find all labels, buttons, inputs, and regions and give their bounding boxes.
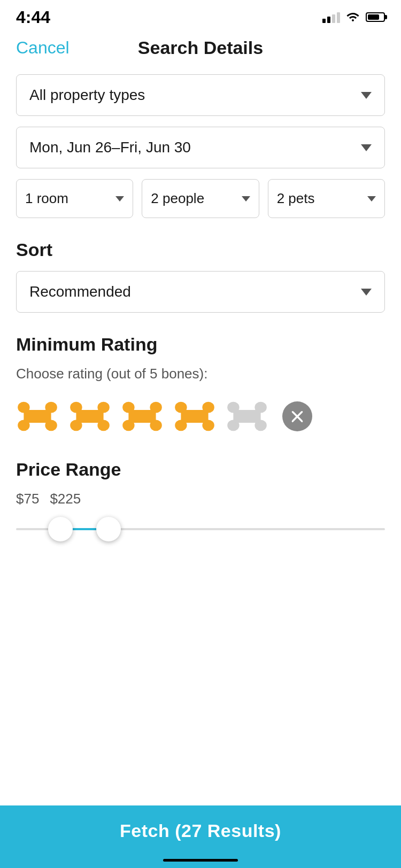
svg-rect-4 (24, 410, 51, 423)
rooms-dropdown[interactable]: 1 room (16, 179, 133, 218)
rating-title: Minimum Rating (16, 334, 385, 355)
pets-label: 2 pets (277, 190, 315, 207)
nav-header: Cancel Search Details (0, 32, 401, 69)
sort-title: Sort (16, 239, 385, 260)
svg-rect-24 (233, 410, 260, 423)
clear-rating-button[interactable] (282, 401, 312, 431)
wifi-icon (345, 10, 360, 25)
property-type-label: All property types (29, 87, 145, 104)
price-range-section: Price Range $75 $225 (16, 459, 385, 542)
bone-2[interactable] (68, 395, 111, 438)
cancel-button[interactable]: Cancel (16, 38, 70, 58)
chevron-down-icon (242, 196, 250, 201)
status-icons (322, 10, 385, 25)
svg-line-26 (293, 412, 302, 421)
page-title: Search Details (138, 37, 263, 58)
svg-line-25 (293, 412, 302, 421)
battery-icon (366, 12, 385, 22)
property-type-dropdown[interactable]: All property types (16, 74, 385, 116)
sort-selected-label: Recommended (29, 283, 131, 300)
signal-icon (322, 11, 340, 23)
chevron-down-icon (361, 289, 372, 296)
svg-rect-19 (181, 410, 208, 423)
bottom-spacer (0, 564, 401, 649)
sort-section: Sort Recommended (16, 239, 385, 313)
bone-1[interactable] (16, 395, 59, 438)
sort-dropdown[interactable]: Recommended (16, 271, 385, 313)
bone-4[interactable] (173, 395, 216, 438)
price-min-label: $75 (16, 491, 39, 507)
occupancy-row: 1 room 2 people 2 pets (16, 179, 385, 218)
price-slider[interactable] (16, 516, 385, 542)
date-range-dropdown[interactable]: Mon, Jun 26–Fri, Jun 30 (16, 127, 385, 168)
svg-rect-14 (128, 410, 156, 423)
home-indicator (163, 859, 238, 862)
chevron-down-icon (367, 196, 376, 201)
chevron-down-icon (115, 196, 124, 201)
main-content: All property types Mon, Jun 26–Fri, Jun … (0, 69, 401, 542)
price-slider-thumb-max[interactable] (96, 517, 121, 541)
people-dropdown[interactable]: 2 people (142, 179, 259, 218)
chevron-down-icon (361, 92, 372, 99)
price-labels: $75 $225 (16, 491, 385, 507)
people-label: 2 people (151, 190, 204, 207)
bone-5[interactable] (226, 395, 268, 438)
rating-section: Minimum Rating Choose rating (out of 5 b… (16, 334, 385, 438)
price-slider-thumb-min[interactable] (48, 517, 73, 541)
status-bar: 4:44 (0, 0, 401, 32)
fetch-button[interactable]: Fetch (27 Results) (16, 820, 385, 841)
rooms-label: 1 room (25, 190, 68, 207)
pets-dropdown[interactable]: 2 pets (268, 179, 385, 218)
rating-subtitle: Choose rating (out of 5 bones): (16, 366, 385, 382)
chevron-down-icon (361, 144, 372, 151)
svg-rect-9 (76, 410, 103, 423)
price-max-label: $225 (50, 491, 81, 507)
bone-3[interactable] (121, 395, 164, 438)
date-range-label: Mon, Jun 26–Fri, Jun 30 (29, 139, 191, 156)
price-range-title: Price Range (16, 459, 385, 480)
bones-rating (16, 395, 385, 438)
status-time: 4:44 (16, 7, 50, 27)
